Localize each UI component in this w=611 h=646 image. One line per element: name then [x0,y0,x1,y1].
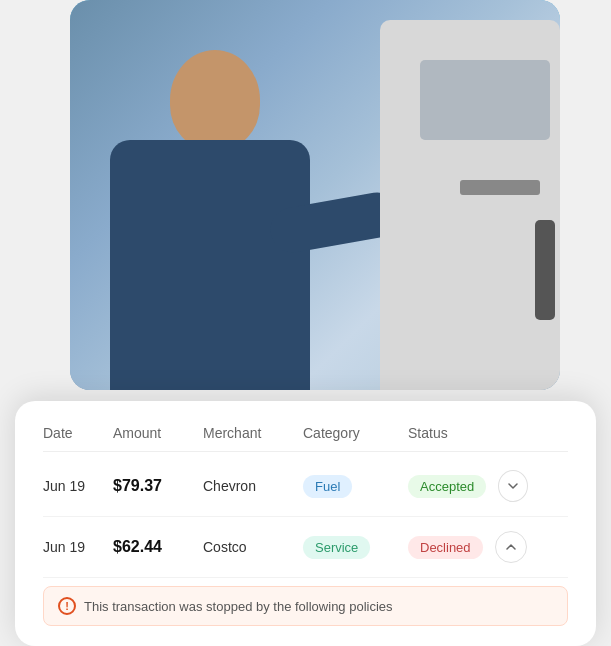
row2-collapse-button[interactable] [495,531,527,563]
row1-amount: $79.37 [113,477,203,495]
col-header-date: Date [43,425,113,441]
row1-status: Accepted [408,470,528,502]
col-header-status: Status [408,425,528,441]
row1-date: Jun 19 [43,478,113,494]
row2-category: Service [303,536,408,559]
person-head [170,50,260,150]
row2-amount: $62.44 [113,538,203,556]
transaction-card: Date Amount Merchant Category Status Jun… [15,401,596,646]
col-header-amount: Amount [113,425,203,441]
policy-alert: ! This transaction was stopped by the fo… [43,586,568,626]
table-header: Date Amount Merchant Category Status [43,425,568,452]
alert-icon: ! [58,597,76,615]
row2-status-badge: Declined [408,536,483,559]
row1-status-badge: Accepted [408,475,486,498]
row1-category: Fuel [303,475,408,498]
row2-date: Jun 19 [43,539,113,555]
table-row: Jun 19 $62.44 Costco Service Declined [43,517,568,578]
row2-category-badge: Service [303,536,370,559]
chevron-up-icon [504,540,518,554]
row2-status: Declined [408,531,528,563]
row2-merchant: Costco [203,539,303,555]
photo-container [70,0,560,390]
pump-card-slot [460,180,540,195]
pump-screen [420,60,550,140]
alert-message: This transaction was stopped by the foll… [84,599,393,614]
person-figure [90,20,350,390]
row1-category-badge: Fuel [303,475,352,498]
col-header-merchant: Merchant [203,425,303,441]
col-header-category: Category [303,425,408,441]
chevron-down-icon [506,479,520,493]
person-body [110,140,310,390]
row1-merchant: Chevron [203,478,303,494]
photo-bg [70,0,560,390]
gas-pump [380,20,560,390]
row1-expand-button[interactable] [498,470,528,502]
pump-handle [535,220,555,320]
table-row: Jun 19 $79.37 Chevron Fuel Accepted [43,456,568,517]
